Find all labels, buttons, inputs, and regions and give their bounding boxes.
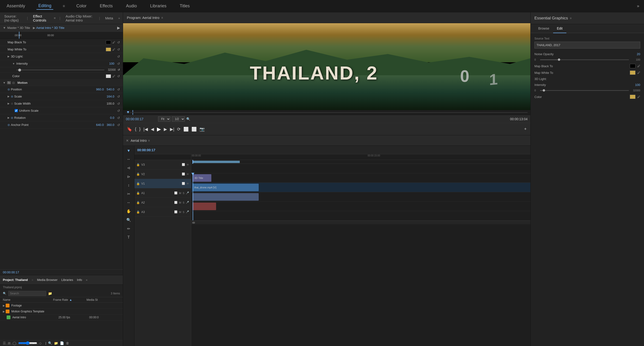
a1-mic[interactable]: 🎤 xyxy=(186,192,189,194)
uniform-scale-checkbox[interactable] xyxy=(15,109,18,112)
fit-dropdown[interactable]: Fit xyxy=(158,116,170,122)
overwrite-btn[interactable]: ⬜ xyxy=(192,126,197,132)
track-row-a3[interactable] xyxy=(191,211,530,220)
tool-ripple[interactable]: ⊲ xyxy=(126,165,131,171)
effect-controls-menu[interactable]: ≡ xyxy=(54,16,56,20)
a2-solo[interactable]: S xyxy=(183,201,184,204)
tool-pen[interactable]: ✏ xyxy=(126,226,131,232)
eg-source-text-input[interactable] xyxy=(534,42,640,48)
track-row-v3[interactable] xyxy=(191,164,530,173)
eg-intensity-value[interactable]: 100 xyxy=(633,83,640,86)
add-marker-btn[interactable]: + xyxy=(524,126,526,132)
eg-intensity-thumb[interactable] xyxy=(543,89,545,92)
scale-width-value[interactable]: 100.0 xyxy=(106,102,114,105)
anchor-anim-icon[interactable]: ◎ xyxy=(8,123,10,126)
eg-tab-browse[interactable]: Browse xyxy=(534,24,553,33)
v1-visibility[interactable]: 👁 xyxy=(186,182,189,185)
tool-rate-stretch[interactable]: ↕ xyxy=(127,182,131,188)
seq-menu-icon[interactable]: ≡ xyxy=(148,139,150,142)
nav-color[interactable]: Color xyxy=(74,2,88,10)
clip-3d-title[interactable]: 3D Title xyxy=(192,174,211,182)
icon-size-icon[interactable]: ◇ xyxy=(39,341,42,345)
a3-lock[interactable]: 🔒 xyxy=(136,210,140,214)
master-expand[interactable]: ▼ xyxy=(3,26,6,30)
intensity-value[interactable]: 100 xyxy=(109,62,114,65)
v1-settings[interactable]: ⬜ xyxy=(182,182,185,185)
v3-visibility[interactable]: 👁 xyxy=(186,163,189,166)
tool-rolling[interactable]: ⊳ xyxy=(126,174,131,180)
a1-mute[interactable]: M xyxy=(179,192,181,194)
tool-zoom[interactable]: 🔍 xyxy=(126,217,132,223)
tab-meta[interactable]: Meta xyxy=(104,15,114,21)
tab-project[interactable]: Project: Thailand xyxy=(3,278,28,282)
uniform-scale-reset[interactable]: ↺ xyxy=(117,109,120,113)
scale-width-expand[interactable]: ▶ xyxy=(8,102,10,105)
export-frame-btn[interactable]: 📷 xyxy=(200,126,205,132)
a1-solo[interactable]: S xyxy=(183,192,184,194)
v3-lock[interactable]: 🔒 xyxy=(136,163,140,166)
clip-thai-drone[interactable]: thai_drone.mp4 [V] xyxy=(192,184,259,191)
eg-map-white-swatch[interactable] xyxy=(630,70,636,75)
nav-audio[interactable]: Audio xyxy=(124,2,139,10)
project-item-mgt[interactable]: ▶ Motion Graphics Template xyxy=(0,308,123,314)
a2-mic[interactable]: 🎤 xyxy=(186,201,189,204)
v1-lock[interactable]: 🔒 xyxy=(136,182,140,185)
a1-settings[interactable]: ⬜ xyxy=(174,192,178,194)
tab-media-browser[interactable]: Media Browser xyxy=(37,278,58,282)
intensity-expand[interactable]: ▼ xyxy=(12,62,15,65)
map-black-swatch[interactable] xyxy=(106,40,111,44)
intensity-slider[interactable] xyxy=(16,70,104,70)
tabs-more[interactable]: » xyxy=(118,16,120,20)
3d-light-reset[interactable]: ↺ xyxy=(117,55,120,58)
new-bin-icon[interactable]: 📁 xyxy=(48,292,52,295)
v2-lock[interactable]: 🔒 xyxy=(136,172,140,176)
a3-solo[interactable]: S xyxy=(183,211,184,214)
scale-anim-icon[interactable]: ◎ xyxy=(11,95,13,98)
nav-titles[interactable]: Titles xyxy=(178,2,192,10)
play-btn[interactable]: ▶ xyxy=(157,126,161,132)
step-fwd-btn[interactable]: ▶ xyxy=(164,126,167,132)
step-back-btn[interactable]: ◀ xyxy=(151,126,154,132)
a2-lock[interactable]: 🔒 xyxy=(136,201,140,204)
position-reset[interactable]: ↺ xyxy=(117,88,120,91)
in-point-btn[interactable]: { xyxy=(135,126,136,132)
seq-close-btn[interactable]: ✕ xyxy=(126,139,129,142)
a2-mute[interactable]: M xyxy=(179,201,181,204)
rotation-value[interactable]: 0.0 xyxy=(110,116,114,120)
nav-libraries[interactable]: Libraries xyxy=(148,2,168,10)
quality-dropdown[interactable]: 1/2 xyxy=(172,116,185,122)
project-item-aerial[interactable]: Aerial Intro 25.00 fps 00:00:0 xyxy=(0,314,123,320)
rotation-expand[interactable]: ▶ xyxy=(8,116,10,119)
insert-btn[interactable]: ⬜ xyxy=(184,126,189,132)
scale-reset[interactable]: ↺ xyxy=(117,95,120,98)
eg-color-eyedropper[interactable]: 🖊 xyxy=(637,95,640,98)
out-point-btn[interactable]: } xyxy=(139,126,140,132)
eg-tab-edit[interactable]: Edit xyxy=(553,24,566,33)
zoom-icon[interactable]: 🔍 xyxy=(186,117,190,121)
search-project-icon[interactable]: 🔍 xyxy=(48,341,52,345)
tool-select[interactable]: ▼ xyxy=(126,148,132,154)
position-y[interactable]: 540.0 xyxy=(106,88,114,91)
mgt-expand[interactable]: ▶ xyxy=(3,310,5,313)
a3-mic[interactable]: 🎤 xyxy=(186,210,189,214)
tool-text[interactable]: T xyxy=(126,234,131,240)
scale-expand[interactable]: ▶ xyxy=(8,95,10,98)
anchor-x[interactable]: 640.0 xyxy=(96,123,104,126)
next-edit-btn[interactable]: ▶| xyxy=(170,126,174,132)
new-folder-icon[interactable]: 📁 xyxy=(54,341,58,345)
nav-more-button[interactable]: » xyxy=(637,4,639,8)
scrollbar-thumb[interactable] xyxy=(192,222,195,224)
track-row-v2[interactable]: 3D Title xyxy=(191,173,530,183)
prev-edit-btn[interactable]: |◀ xyxy=(144,126,148,132)
color-swatch[interactable] xyxy=(106,74,111,78)
tab-libraries[interactable]: Libraries xyxy=(61,278,73,282)
a1-lock[interactable]: 🔒 xyxy=(136,192,140,195)
nav-editing[interactable]: Editing xyxy=(36,2,53,10)
a2-settings[interactable]: ⬜ xyxy=(174,201,178,204)
nav-effects[interactable]: Effects xyxy=(98,2,114,10)
color-reset[interactable]: ↺ xyxy=(117,74,120,78)
track-row-v1[interactable]: thai_drone.mp4 [V] xyxy=(191,183,530,192)
timeline-toggle-btn[interactable]: ▶ xyxy=(117,26,120,30)
position-x[interactable]: 960.0 xyxy=(96,88,104,91)
delete-item-icon[interactable]: 🗑 xyxy=(66,341,69,345)
